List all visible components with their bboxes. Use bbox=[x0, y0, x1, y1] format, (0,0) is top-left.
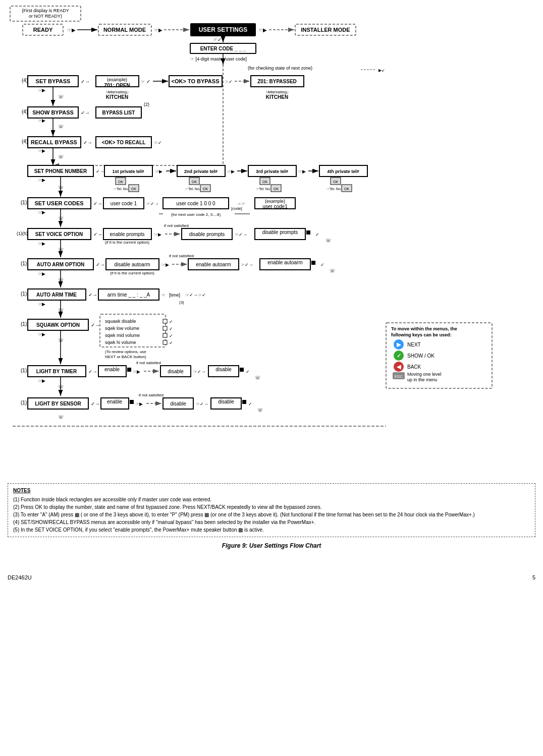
note-1: (1) Function inside black rectangles are… bbox=[13, 496, 530, 503]
svg-text:↑Alternating↓: ↑Alternating↓ bbox=[265, 90, 289, 94]
enable-prompts-box: enable prompts bbox=[110, 231, 145, 237]
auto-arm-time-label: AUTO ARM TIME bbox=[36, 292, 77, 298]
svg-text:☞Tel. No.: ☞Tel. No. bbox=[256, 187, 271, 191]
svg-rect-156 bbox=[163, 340, 167, 344]
svg-text:NEXT or BACK button): NEXT or BACK button) bbox=[105, 355, 146, 359]
set-voice-label: SET VOICE OPTION bbox=[35, 231, 83, 237]
svg-text:✓→: ✓→ bbox=[91, 401, 100, 406]
svg-text:sqwk hi volume: sqwk hi volume bbox=[105, 340, 136, 345]
svg-text:☏: ☏ bbox=[255, 375, 260, 380]
digit-note: ☞ [4-digit master/user code] bbox=[190, 56, 247, 62]
set-voice-note15: (1)(5) bbox=[17, 231, 28, 236]
svg-text:✓: ✓ bbox=[169, 319, 173, 324]
svg-text:OK: OK bbox=[192, 180, 197, 184]
set-user-codes-label: SET USER CODES bbox=[34, 200, 83, 206]
svg-text:☞▶: ☞▶ bbox=[38, 302, 45, 307]
key-box-title-2: following keys can be used: bbox=[391, 332, 452, 337]
recall-bypass-note4: (4) bbox=[22, 139, 28, 144]
light-timer-disable-1-box: disable bbox=[168, 369, 184, 374]
svg-rect-185 bbox=[240, 368, 244, 372]
svg-text:◀: ◀ bbox=[396, 364, 401, 370]
normal-mode-state: NORMAL MODE bbox=[103, 27, 146, 33]
note-2: (2) Press OK to display the number, stat… bbox=[13, 503, 530, 511]
svg-text:☞Tel. No.: ☞Tel. No. bbox=[327, 187, 342, 191]
key-esc-label-2: up in the menu bbox=[407, 377, 438, 382]
svg-text:✓→: ✓→ bbox=[81, 79, 90, 84]
svg-text:☞▶: ☞▶ bbox=[38, 241, 45, 246]
installer-mode-state: INSTALLER MODE bbox=[301, 27, 350, 33]
svg-text:☞▶: ☞▶ bbox=[155, 169, 162, 174]
svg-text:✓: ✓ bbox=[169, 326, 173, 331]
svg-text:✓→: ✓→ bbox=[93, 231, 102, 237]
svg-text:☞▶: ☞▶ bbox=[38, 148, 45, 153]
svg-text:☞✓→☞✓: ☞✓→☞✓ bbox=[185, 293, 206, 298]
svg-text:[time]: [time] bbox=[169, 293, 180, 298]
note-5: (5) In the SET VOICE OPTION, if you sele… bbox=[13, 526, 530, 534]
squawk-option-note1: (1) bbox=[21, 321, 27, 327]
light-timer-note1: (1) bbox=[21, 368, 27, 373]
svg-text:☞▶: ☞▶ bbox=[38, 271, 45, 276]
svg-rect-178 bbox=[127, 368, 131, 372]
svg-text:if not satisfied: if not satisfied bbox=[169, 254, 194, 258]
key-esc-label-1: Moving one level bbox=[407, 372, 442, 377]
svg-text:sqwk mid volume: sqwk mid volume bbox=[105, 333, 140, 338]
enter-code-box: ENTER CODE _ _ _ bbox=[200, 46, 246, 51]
svg-text:☞▶: ☞▶ bbox=[161, 262, 169, 267]
z01-open-box: Z01: OPEN bbox=[104, 83, 130, 88]
svg-text:(example): (example) bbox=[107, 77, 127, 82]
set-phone-label: SET PHONE NUMBER bbox=[34, 168, 87, 174]
svg-text:☞✓→: ☞✓→ bbox=[241, 262, 253, 267]
tel4-box: 4th private tel# bbox=[327, 169, 359, 174]
user-code-1-box: user code 1 bbox=[111, 201, 137, 206]
page-footer: DE2462U 5 bbox=[8, 574, 535, 580]
svg-text:✓→: ✓→ bbox=[91, 322, 100, 328]
svg-text:✓: ✓ bbox=[248, 401, 252, 406]
key-show-ok-label: SHOW / OK bbox=[407, 353, 435, 359]
light-sensor-label: LIGHT BY SENSOR bbox=[35, 401, 81, 406]
light-sensor-disable-2-box: disable bbox=[218, 399, 234, 404]
svg-text:☞Tel. No.: ☞Tel. No. bbox=[185, 187, 200, 191]
user-settings-state: USER SETTINGS bbox=[199, 26, 248, 33]
tel3-box: 3rd private tel# bbox=[256, 169, 288, 174]
page: (First display is READY or NOT READY) RE… bbox=[0, 0, 543, 756]
svg-text:☞▶: ☞▶ bbox=[38, 378, 45, 383]
svg-text:☞✓→: ☞✓→ bbox=[193, 369, 206, 374]
enable-autoarm-2-box: enable autoarm bbox=[267, 260, 303, 265]
light-sensor-disable-1-box: disable bbox=[170, 401, 186, 406]
light-sensor-enable-box: enable bbox=[107, 399, 122, 404]
z01-bypassed-box: Z01: BYPASSED bbox=[257, 79, 297, 84]
svg-text:if not satisfied: if not satisfied bbox=[136, 361, 161, 365]
svg-text:☞: ☞ bbox=[161, 293, 166, 298]
svg-text:(2): (2) bbox=[144, 102, 149, 107]
enable-autoarm-1-box: enable autoarm bbox=[196, 262, 231, 267]
svg-text:☞✓→: ☞✓→ bbox=[196, 401, 208, 406]
flowchart-container: (First display is READY or NOT READY) RE… bbox=[8, 5, 535, 479]
svg-text:☏: ☏ bbox=[325, 238, 331, 243]
svg-rect-155 bbox=[163, 333, 167, 337]
svg-text:↑Alternating↓: ↑Alternating↓ bbox=[105, 90, 129, 94]
svg-text:ESC: ESC bbox=[395, 374, 403, 379]
svg-text:☞✓: ☞✓ bbox=[213, 37, 222, 42]
svg-text:☞▶: ☞▶ bbox=[67, 27, 76, 33]
svg-text:☞▶: ☞▶ bbox=[298, 169, 306, 174]
svg-text:☞▶: ☞▶ bbox=[38, 178, 45, 183]
svg-text:☞: ☞ bbox=[141, 79, 145, 84]
light-timer-disable-2-box: disable bbox=[215, 367, 232, 372]
svg-text:✓→: ✓→ bbox=[93, 201, 102, 206]
svg-text:OK: OK bbox=[274, 187, 279, 191]
note-3: (3) To enter "A" (AM) press ▩ ( or one o… bbox=[13, 511, 530, 518]
bottom-area: NOTES (1) Function inside black rectangl… bbox=[8, 483, 535, 580]
squawk-option-label: SQUAWK OPTION bbox=[36, 322, 80, 328]
svg-text:✓→: ✓→ bbox=[96, 262, 105, 267]
tel1-box: 1st private tel# bbox=[112, 169, 144, 174]
svg-text:✓: ✓ bbox=[320, 262, 324, 267]
key-next-label: NEXT bbox=[407, 342, 421, 347]
svg-text:→☞: →☞ bbox=[237, 201, 245, 206]
svg-text:(for next user code 2, 3....8): (for next user code 2, 3....8) bbox=[171, 212, 221, 217]
svg-text:✓: ✓ bbox=[315, 232, 319, 237]
first-display-note: (First display is READY bbox=[22, 8, 69, 13]
svg-rect-194 bbox=[130, 400, 134, 404]
page-number: 5 bbox=[532, 574, 535, 580]
set-user-note1: (1) bbox=[21, 200, 27, 205]
svg-text:☞Tel. No.: ☞Tel. No. bbox=[114, 187, 129, 191]
